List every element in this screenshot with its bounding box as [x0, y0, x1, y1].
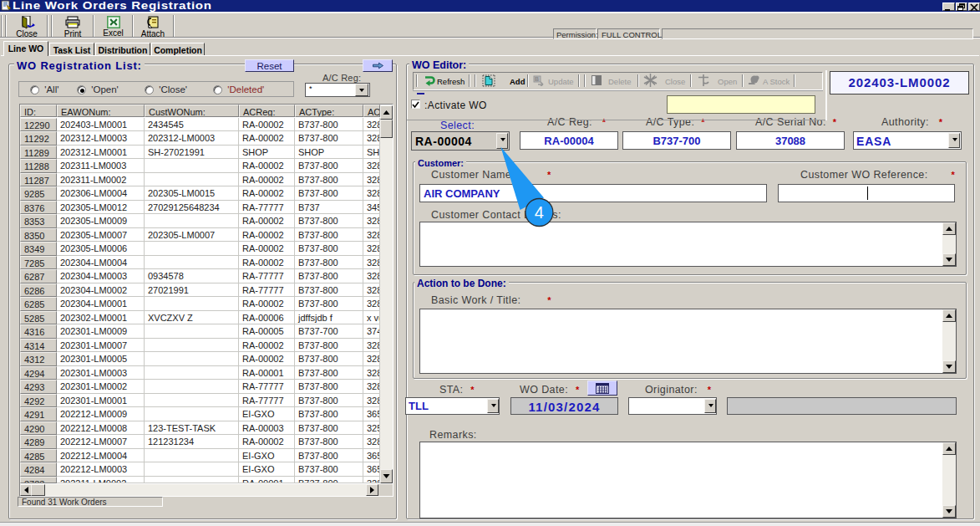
svg-text:B: B [535, 76, 539, 82]
svg-text:4: 4 [535, 203, 544, 222]
